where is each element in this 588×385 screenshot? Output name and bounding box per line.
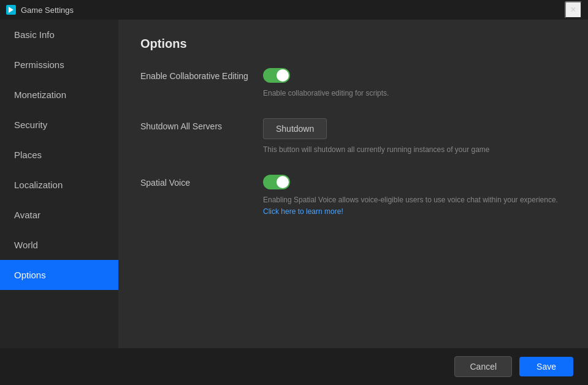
collaborative-editing-toggle[interactable] <box>263 68 290 83</box>
sidebar-item-permissions[interactable]: Permissions <box>0 50 118 80</box>
sidebar-item-places[interactable]: Places <box>0 140 118 170</box>
title-bar: Game Settings × <box>0 0 588 20</box>
window-title: Game Settings <box>21 6 74 15</box>
cancel-button[interactable]: Cancel <box>454 356 512 377</box>
sidebar-item-options[interactable]: Options <box>0 260 118 290</box>
sidebar: Basic Info Permissions Monetization Secu… <box>0 20 118 348</box>
setting-row-spatial-voice: Spatial Voice Enabling Spatial Voice all… <box>140 175 566 216</box>
spatial-voice-label: Spatial Voice <box>140 178 190 188</box>
toggle-container <box>263 68 290 83</box>
collaborative-editing-label: Enable Collaborative Editing <box>140 71 248 81</box>
sidebar-item-basic-info[interactable]: Basic Info <box>0 20 118 50</box>
shutdown-button[interactable]: Shutdown <box>263 118 327 139</box>
footer: Cancel Save <box>0 348 588 385</box>
sidebar-item-avatar[interactable]: Avatar <box>0 200 118 230</box>
spatial-toggle-knob <box>277 176 289 188</box>
shutdown-label: Shutdown All Servers <box>140 121 222 131</box>
setting-label-col-spatial: Spatial Voice <box>140 175 251 188</box>
setting-row-collaborative-editing: Enable Collaborative Editing Enable coll… <box>140 68 566 99</box>
main-container: Basic Info Permissions Monetization Secu… <box>0 20 588 348</box>
page-title: Options <box>140 37 566 51</box>
title-bar-left: Game Settings <box>6 5 74 15</box>
shutdown-control: Shutdown This button will shutdown all c… <box>263 118 566 155</box>
spatial-voice-link[interactable]: Click here to learn more! <box>263 207 343 216</box>
setting-row-shutdown: Shutdown All Servers Shutdown This butto… <box>140 118 566 155</box>
sidebar-item-monetization[interactable]: Monetization <box>0 80 118 110</box>
collaborative-editing-control: Enable collaborative editing for scripts… <box>263 68 566 99</box>
setting-label-col: Enable Collaborative Editing <box>140 68 251 82</box>
sidebar-item-world[interactable]: World <box>0 230 118 260</box>
app-icon <box>6 5 16 15</box>
setting-label-col-shutdown: Shutdown All Servers <box>140 118 251 132</box>
spatial-voice-toggle[interactable] <box>263 175 290 189</box>
sidebar-item-localization[interactable]: Localization <box>0 170 118 200</box>
spatial-voice-description: Enabling Spatial Voice allows voice-elig… <box>263 194 566 205</box>
toggle-knob <box>277 69 289 82</box>
sidebar-item-security[interactable]: Security <box>0 110 118 140</box>
collaborative-editing-description: Enable collaborative editing for scripts… <box>263 88 566 99</box>
shutdown-description: This button will shutdown all currently … <box>263 144 566 155</box>
spatial-toggle-container <box>263 175 290 189</box>
content-area: Options Enable Collaborative Editing Ena… <box>118 20 588 348</box>
spatial-voice-control: Enabling Spatial Voice allows voice-elig… <box>263 175 566 216</box>
save-button[interactable]: Save <box>519 357 573 376</box>
close-button[interactable]: × <box>565 1 582 18</box>
